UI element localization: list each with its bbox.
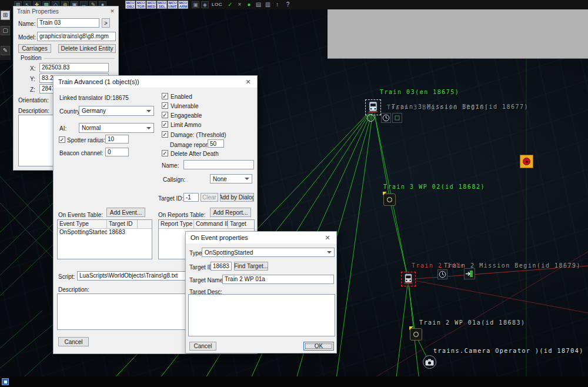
- find-target-button[interactable]: Find Target...: [234, 262, 268, 271]
- country-select[interactable]: Germany: [79, 106, 154, 116]
- flag-icon: [383, 192, 387, 195]
- map-label-train-03[interactable]: Train 03(en 18675): [380, 89, 459, 95]
- window-icon[interactable]: [2, 378, 9, 385]
- ai-label: AI:: [59, 125, 66, 132]
- carriages-button[interactable]: Carriages: [18, 44, 51, 53]
- command-glyph: [393, 114, 401, 122]
- grid-icon-2[interactable]: ▥: [263, 1, 272, 9]
- vulnerable-label: Vulnerable: [171, 103, 198, 109]
- toolbar-misc-icon-1[interactable]: ◈: [201, 1, 209, 8]
- reports-table-header: Report Type Command ID Target: [159, 220, 254, 229]
- dialog-title: Train Properties: [14, 6, 118, 16]
- beacon-icon[interactable]: [520, 155, 533, 168]
- beacon-channel-input[interactable]: 0: [105, 148, 129, 156]
- record-icon[interactable]: ●: [245, 1, 253, 9]
- damage-threshold-label: Damage: (Threshold): [171, 132, 226, 138]
- delete-linked-entity-button[interactable]: Delete Linked Entity: [58, 44, 116, 53]
- spotter-radius-input[interactable]: 10: [105, 135, 129, 144]
- target-desc-textarea[interactable]: [188, 294, 335, 336]
- grid-icon[interactable]: ▤: [254, 1, 263, 9]
- target-id-input[interactable]: 18683: [211, 262, 232, 271]
- name-input[interactable]: Train 03: [37, 18, 99, 28]
- exit-icon[interactable]: [464, 268, 475, 279]
- description-label: Description:: [58, 286, 89, 293]
- train-3-map-icon[interactable]: [365, 99, 381, 115]
- table-row[interactable]: OnSpottingStarted 18683: [58, 229, 152, 237]
- vulnerable-checkbox[interactable]: [162, 102, 168, 109]
- beacon-dot: [523, 158, 530, 165]
- damage-threshold-checkbox[interactable]: [162, 131, 168, 138]
- map-label-train-3-wp02[interactable]: Train 3 WP 02(id 18682): [383, 184, 485, 190]
- clock-glyph: [382, 114, 390, 122]
- spotter-radius-label: Spotter radius:: [67, 137, 105, 144]
- mcu-med-button[interactable]: MCUMED: [146, 1, 156, 9]
- help-icon[interactable]: ?: [283, 1, 292, 9]
- enabled-checkbox[interactable]: [162, 93, 168, 99]
- toolbar-misc-icon-0[interactable]: ▣: [192, 1, 199, 8]
- add-report-button[interactable]: Add Report...: [210, 208, 251, 217]
- waypoint-icon-wp02[interactable]: [383, 194, 396, 206]
- target-name-input[interactable]: Train 2 WP 01a: [222, 275, 334, 284]
- ok-button[interactable]: OK: [303, 342, 334, 351]
- mcu-arm-button[interactable]: MCUARM: [178, 1, 188, 9]
- ai-select[interactable]: Normal: [79, 123, 154, 133]
- clear-button[interactable]: Clear: [201, 193, 218, 202]
- loc-button[interactable]: LOC: [212, 2, 222, 7]
- flag-icon: [409, 326, 413, 330]
- select-tool-button[interactable]: ▢: [1, 26, 10, 35]
- train-glyph: [366, 100, 380, 115]
- cross-icon[interactable]: ×: [235, 1, 244, 9]
- train-2-map-icon[interactable]: [401, 272, 416, 286]
- exit-glyph: [465, 269, 474, 278]
- limit-ammo-checkbox[interactable]: [162, 121, 168, 128]
- add-by-dialog-button[interactable]: Add by Dialog: [220, 193, 254, 202]
- engageable-checkbox[interactable]: [162, 112, 168, 118]
- mcu-tgr-button[interactable]: MCUTGR: [136, 1, 146, 9]
- camera-icon[interactable]: [423, 355, 436, 369]
- target-id-label: Target ID:: [158, 195, 183, 202]
- map-label-train-2-mission-begin[interactable]: Train 2 Mission Begin(id 18679): [444, 262, 581, 269]
- spotter-radius-checkbox[interactable]: [59, 136, 65, 143]
- up-arrow-icon[interactable]: ↑: [273, 1, 282, 9]
- on-events-table-label: On Events Table:: [58, 212, 103, 218]
- map-label-train-2-wp01a[interactable]: Train 2 WP 01a(id 18683): [419, 319, 526, 326]
- target-name-label: Target Name:: [189, 277, 225, 283]
- dialog-title: Train Advanced (1 object(s)): [54, 76, 257, 88]
- close-icon[interactable]: [239, 76, 257, 88]
- add-event-button[interactable]: Add Event...: [106, 208, 145, 217]
- group-line: [44, 58, 115, 59]
- delete-after-death-checkbox[interactable]: [162, 150, 168, 156]
- linked-translator-label: Linked translator ID:: [59, 95, 112, 101]
- model-input[interactable]: graphics\trains\g8\g8.mgm: [37, 32, 116, 41]
- cancel-button[interactable]: Cancel: [58, 337, 89, 346]
- grid-tool-button[interactable]: ⊞: [1, 11, 10, 20]
- timer-icon-2[interactable]: [437, 269, 447, 279]
- command-icon[interactable]: [392, 113, 402, 123]
- damage-report-input[interactable]: 50: [208, 139, 224, 148]
- name-input[interactable]: [183, 160, 254, 169]
- callsign-select[interactable]: None: [210, 174, 252, 184]
- close-icon[interactable]: [319, 232, 336, 243]
- status-bar: [0, 376, 588, 387]
- timer-icon[interactable]: [381, 113, 391, 123]
- expand-name-button[interactable]: >: [102, 18, 110, 28]
- map-label-train-3-mission-begin[interactable]: Train 3 Mission Begin(id 18677): [392, 104, 529, 110]
- x-input[interactable]: 262503.83: [39, 63, 109, 72]
- events-table-header: Event Type Target ID: [58, 220, 152, 229]
- mcu-obj-button[interactable]: MCUOBJ: [125, 1, 135, 9]
- on-event-properties-dialog: On Event properties Type: OnSpottingStar…: [185, 231, 337, 353]
- map-label-camera-operator[interactable]: trains.Camera Operator )(id 18704): [433, 348, 584, 354]
- cancel-button[interactable]: Cancel: [189, 342, 216, 351]
- name-label: Name:: [18, 21, 35, 27]
- mcu-sel-button[interactable]: MCUSEL: [157, 1, 167, 9]
- check-icon[interactable]: ✓: [226, 1, 235, 9]
- train-glyph: [402, 272, 415, 286]
- name-label: Name:: [162, 162, 179, 169]
- close-icon[interactable]: [109, 8, 116, 15]
- mcu-unit-button[interactable]: MCUUNIT: [168, 1, 178, 9]
- edit-tool-button[interactable]: ✎: [1, 46, 10, 55]
- editor-window: Train 03(en 18675) Train 3 Begin(id 1867…: [0, 0, 588, 387]
- event-type-select[interactable]: OnSpottingStarted: [202, 248, 335, 257]
- target-id-input[interactable]: -1: [183, 193, 199, 202]
- waypoint-icon-wp01a[interactable]: [410, 328, 422, 341]
